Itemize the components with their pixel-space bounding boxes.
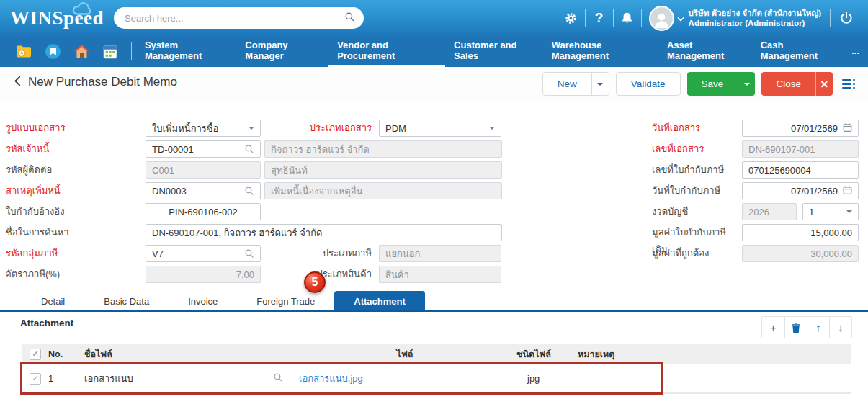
nav-item-more[interactable]: ... (843, 36, 868, 67)
search-icon[interactable] (344, 12, 355, 25)
attachment-table: ✓ No. ชื่อไฟล์ ไฟล์ ชนิดไฟล์ หมายเหตุ ✓ … (22, 344, 851, 394)
nav-item-system-management[interactable]: System Management (136, 36, 236, 67)
back-navigation[interactable]: New Purchase Debit Memo (14, 75, 177, 89)
move-down-button[interactable]: ↓ (829, 317, 851, 338)
period-number-value: 1 (809, 207, 846, 217)
search-lookup-icon[interactable] (244, 186, 254, 196)
product-type-value: สินค้า (385, 267, 409, 282)
select-all-checkbox[interactable]: ✓ (30, 349, 41, 360)
vendor-code-field[interactable]: TD-00001 (146, 140, 261, 158)
home-icon[interactable] (73, 44, 89, 60)
contact-name-field: สุทธินันท์ (264, 161, 502, 179)
nav-item-vendor-and-procurement[interactable]: Vendor and Procurement (328, 36, 445, 67)
save-button[interactable]: Save (687, 72, 756, 96)
search-input[interactable] (125, 13, 344, 24)
new-button[interactable]: New (542, 72, 609, 96)
debit-reason-field[interactable]: DN0003 (146, 182, 261, 199)
global-search (114, 7, 364, 29)
attachment-table-row: ✓ 1 เอกสารแนบ เอกสารแนบ.jpg jpg (22, 364, 851, 393)
search-name-value: DN-690107-001, กิจถาวร ฮาร์ดแวร์ จำกัด (152, 225, 322, 241)
recent-folder-icon[interactable] (16, 44, 32, 60)
tab-attachment[interactable]: Attachment (334, 291, 425, 312)
delete-row-button[interactable] (784, 317, 807, 338)
tab-basic-data[interactable]: Basic Data (84, 291, 169, 312)
chevron-down-icon (249, 127, 254, 133)
document-no-field: DN-690107-001 (742, 140, 859, 158)
calendar-icon[interactable] (102, 44, 118, 60)
row-no: 1 (48, 373, 84, 384)
document-type-dropdown[interactable]: PDM (379, 120, 501, 137)
tab-detail[interactable]: Detail (22, 291, 84, 312)
tax-group-code-value: V7 (152, 248, 244, 259)
user-info[interactable]: บริษัท ตัวอย่าง จำกัด (สำนักงานใหญ่) Adm… (689, 8, 821, 28)
tab-foreign-trade[interactable]: Foreign Trade (237, 291, 334, 312)
tax-invoice-date-field[interactable]: 07/01/2569 (742, 182, 859, 199)
search-lookup-icon[interactable] (244, 248, 254, 259)
nav-menu: System Management Company Manager Vendor… (136, 36, 868, 67)
col-header-remark: หมายเหตุ (578, 347, 851, 362)
save-dropdown-arrow[interactable] (738, 72, 755, 96)
file-search-icon[interactable] (273, 372, 283, 385)
user-avatar[interactable] (649, 6, 674, 31)
calendar-picker-icon[interactable] (843, 122, 852, 135)
page-title: New Purchase Debit Memo (28, 75, 177, 89)
field-label-search-name: ชื่อในการค้นหา (6, 224, 141, 241)
tax-invoice-no-field[interactable]: 070125690004 (742, 161, 859, 179)
document-date-field[interactable]: 07/01/2569 (742, 120, 859, 137)
chevron-down-icon (846, 210, 852, 216)
row-checkbox[interactable]: ✓ (30, 373, 41, 385)
back-chevron-icon[interactable] (14, 76, 21, 89)
document-format-dropdown[interactable]: ใบเพิ่มหนี้การซื้อ (146, 120, 261, 137)
field-label-document-format: รูปแบบเอกสาร (6, 120, 141, 137)
debit-reason-value: DN0003 (152, 186, 244, 197)
nav-item-warehouse-management[interactable]: Warehouse Management (543, 36, 658, 67)
move-up-button[interactable]: ↑ (807, 317, 829, 338)
row-file-name[interactable]: เอกสารแนบ (84, 371, 273, 386)
ref-invoice-field[interactable]: PIN-690106-002 (146, 203, 261, 220)
chevron-down-icon[interactable] (677, 12, 684, 24)
row-file-type: jpg (516, 373, 578, 384)
search-name-field[interactable]: DN-690107-001, กิจถาวร ฮาร์ดแวร์ จำกัด (146, 224, 502, 241)
nav-item-company-manager[interactable]: Company Manager (236, 36, 328, 67)
header-icon-group: ? บริษัท ตัวอย่าง จำกัด (สำนักงานใหญ่) A… (558, 0, 862, 36)
original-tax-amount-value: 15,000.00 (810, 228, 852, 238)
save-button-label: Save (687, 72, 738, 96)
nav-item-asset-management[interactable]: Asset Management (658, 36, 752, 67)
tax-invoice-no-value: 070125690004 (748, 165, 811, 176)
settings-gear-icon[interactable] (558, 7, 585, 29)
correct-amount-value: 30,000.00 (810, 248, 852, 259)
nav-item-cash-management[interactable]: Cash Management (752, 36, 844, 67)
field-label-tax-type: ประเภทภาษี (287, 245, 372, 262)
period-number-dropdown[interactable]: 1 (802, 203, 859, 220)
list-menu-icon[interactable] (842, 76, 855, 92)
app-window: WINSpeed ? (0, 0, 868, 404)
nav-divider (131, 42, 132, 60)
attachment-table-header: ✓ No. ชื่อไฟล์ ไฟล์ ชนิดไฟล์ หมายเหตุ (22, 344, 851, 364)
search-lookup-icon[interactable] (244, 144, 254, 154)
notifications-bell-icon[interactable] (614, 7, 641, 29)
tab-invoice[interactable]: Invoice (169, 291, 237, 312)
original-tax-amount-field[interactable]: 15,000.00 (742, 224, 859, 241)
help-icon[interactable]: ? (586, 7, 613, 29)
validate-button[interactable]: Validate (616, 72, 681, 96)
step-annotation-badge: 5 (304, 271, 326, 293)
close-x-icon[interactable]: ✕ (815, 72, 833, 96)
field-label-document-no: เลขที่เอกสาร (652, 140, 740, 158)
document-no-value: DN-690107-001 (748, 144, 815, 155)
bookmark-icon[interactable] (45, 44, 61, 60)
calendar-picker-icon[interactable] (843, 185, 852, 197)
add-row-button[interactable]: + (762, 317, 784, 338)
tax-group-code-field[interactable]: V7 (146, 245, 261, 262)
field-label-ref-invoice: ใบกำกับอ้างอิง (6, 203, 141, 220)
field-label-vendor-code: รหัสเจ้าหนี้ (6, 140, 141, 158)
col-header-file: ไฟล์ (293, 347, 516, 362)
nav-item-customer-and-sales[interactable]: Customer and Sales (445, 36, 543, 67)
new-dropdown-arrow[interactable] (591, 73, 609, 95)
close-button[interactable]: Close ✕ (761, 72, 833, 96)
logout-power-icon[interactable] (831, 11, 862, 25)
cloud-icon (69, 2, 99, 24)
field-label-tax-group-code: รหัสกลุ่มภาษี (6, 245, 141, 262)
file-link[interactable]: เอกสารแนบ.jpg (299, 373, 363, 384)
page-title-bar: New Purchase Debit Memo New Validate Sav… (0, 67, 868, 101)
document-date-value: 07/01/2569 (791, 123, 838, 134)
